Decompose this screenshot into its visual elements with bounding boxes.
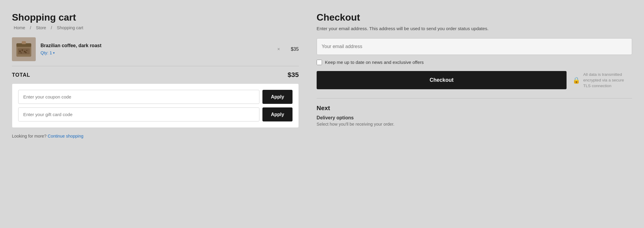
- breadcrumb: Home / Store / Shopping cart: [12, 25, 299, 30]
- next-section: Next Delivery options Select how you'll …: [317, 98, 632, 127]
- cart-section: Shopping cart Home / Store / Shopping ca…: [12, 12, 299, 138]
- product-name: Brazilian coffee, dark roast: [41, 43, 271, 48]
- newsletter-label[interactable]: Keep me up to date on news and exclusive…: [325, 60, 424, 65]
- breadcrumb-store[interactable]: Store: [36, 25, 46, 30]
- next-title: Next: [317, 104, 632, 112]
- email-input[interactable]: [317, 38, 632, 55]
- svg-point-3: [19, 50, 21, 52]
- coupon-input[interactable]: [18, 90, 259, 104]
- continue-text: Looking for more?: [12, 134, 46, 138]
- chevron-down-icon: ▾: [53, 51, 55, 55]
- newsletter-checkbox-row: Keep me up to date on news and exclusive…: [317, 60, 632, 65]
- breadcrumb-sep1: /: [30, 25, 31, 30]
- svg-point-7: [21, 52, 22, 53]
- breadcrumb-home[interactable]: Home: [14, 25, 25, 30]
- continue-shopping-link[interactable]: Continue shopping: [48, 134, 83, 138]
- cart-item: Brazilian coffee, dark roast Qty: 1 ▾ × …: [12, 37, 299, 66]
- total-amount: $35: [288, 71, 299, 79]
- svg-point-4: [22, 50, 23, 51]
- security-text: All data is transmitted encrypted via a …: [583, 72, 632, 89]
- cart-total-row: TOTAL $35: [12, 71, 299, 79]
- checkout-subtitle: Enter your email address. This address w…: [317, 25, 632, 32]
- quantity-selector[interactable]: Qty: 1 ▾: [41, 50, 55, 55]
- checkout-section: Checkout Enter your email address. This …: [317, 12, 632, 138]
- gift-card-input[interactable]: [18, 107, 259, 121]
- product-image: [12, 37, 36, 61]
- lock-icon: 🔒: [573, 76, 580, 84]
- coupon-apply-button[interactable]: Apply: [262, 90, 292, 104]
- svg-rect-9: [22, 41, 26, 44]
- page-wrapper: Shopping cart Home / Store / Shopping ca…: [12, 12, 632, 138]
- delivery-options-label: Delivery options: [317, 115, 632, 121]
- item-price: $35: [291, 47, 299, 52]
- checkout-action-row: Checkout 🔒 All data is transmitted encry…: [317, 71, 632, 89]
- cart-title: Shopping cart: [12, 12, 299, 23]
- newsletter-checkbox[interactable]: [317, 60, 322, 65]
- delivery-options-desc: Select how you'll be receiving your orde…: [317, 122, 632, 127]
- cart-item-details: Brazilian coffee, dark roast Qty: 1 ▾: [41, 43, 271, 56]
- promo-box: Apply Apply: [12, 84, 299, 128]
- remove-item-button[interactable]: ×: [276, 45, 281, 53]
- continue-shopping-row: Looking for more? Continue shopping: [12, 134, 299, 138]
- checkout-button[interactable]: Checkout: [317, 71, 567, 89]
- coupon-row: Apply: [18, 90, 293, 104]
- gift-card-apply-button[interactable]: Apply: [262, 107, 292, 121]
- coffee-bag-icon: [13, 39, 34, 60]
- breadcrumb-sep2: /: [51, 25, 52, 30]
- total-label: TOTAL: [12, 72, 30, 78]
- svg-point-8: [25, 52, 27, 53]
- checkout-title: Checkout: [317, 12, 632, 23]
- svg-point-6: [26, 50, 27, 51]
- gift-card-row: Apply: [18, 107, 293, 121]
- breadcrumb-current: Shopping cart: [57, 25, 83, 30]
- security-note: 🔒 All data is transmitted encrypted via …: [573, 72, 632, 89]
